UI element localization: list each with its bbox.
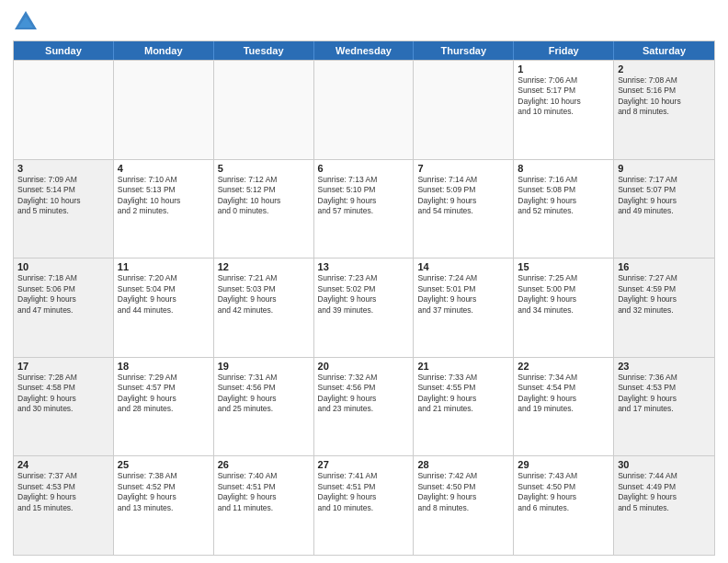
calendar-cell-r1-c5: 8Sunrise: 7:16 AM Sunset: 5:08 PM Daylig… xyxy=(514,160,614,259)
calendar-cell-r2-c0: 10Sunrise: 7:18 AM Sunset: 5:06 PM Dayli… xyxy=(14,259,114,357)
day-info: Sunrise: 7:25 AM Sunset: 5:00 PM Dayligh… xyxy=(518,273,609,316)
day-number: 24 xyxy=(17,459,109,470)
header-day-tuesday: Tuesday xyxy=(214,41,314,60)
day-number: 30 xyxy=(618,459,711,470)
calendar-cell-r4-c5: 29Sunrise: 7:43 AM Sunset: 4:50 PM Dayli… xyxy=(514,456,614,555)
calendar-cell-r2-c6: 16Sunrise: 7:27 AM Sunset: 4:59 PM Dayli… xyxy=(614,259,714,357)
header-day-monday: Monday xyxy=(114,41,214,60)
day-number: 13 xyxy=(318,261,410,272)
day-number: 21 xyxy=(417,361,509,372)
header-day-saturday: Saturday xyxy=(614,41,714,60)
day-number: 10 xyxy=(17,261,109,272)
calendar-cell-r3-c4: 21Sunrise: 7:33 AM Sunset: 4:55 PM Dayli… xyxy=(414,358,514,456)
calendar-cell-r1-c4: 7Sunrise: 7:14 AM Sunset: 5:09 PM Daylig… xyxy=(414,160,514,259)
calendar-cell-r1-c0: 3Sunrise: 7:09 AM Sunset: 5:14 PM Daylig… xyxy=(14,160,114,259)
day-info: Sunrise: 7:31 AM Sunset: 4:56 PM Dayligh… xyxy=(218,373,310,415)
day-info: Sunrise: 7:14 AM Sunset: 5:09 PM Dayligh… xyxy=(417,175,509,217)
day-number: 9 xyxy=(618,163,711,174)
day-info: Sunrise: 7:09 AM Sunset: 5:14 PM Dayligh… xyxy=(17,175,109,217)
day-info: Sunrise: 7:24 AM Sunset: 5:01 PM Dayligh… xyxy=(417,273,509,316)
header-day-wednesday: Wednesday xyxy=(314,41,415,60)
day-number: 2 xyxy=(618,63,711,75)
day-info: Sunrise: 7:06 AM Sunset: 5:17 PM Dayligh… xyxy=(518,75,609,118)
calendar-cell-r4-c6: 30Sunrise: 7:44 AM Sunset: 4:49 PM Dayli… xyxy=(614,456,714,555)
calendar-row-4: 24Sunrise: 7:37 AM Sunset: 4:53 PM Dayli… xyxy=(14,455,714,555)
day-info: Sunrise: 7:29 AM Sunset: 4:57 PM Dayligh… xyxy=(118,373,210,415)
header xyxy=(13,9,715,35)
calendar: SundayMondayTuesdayWednesdayThursdayFrid… xyxy=(13,40,715,556)
day-number: 11 xyxy=(118,261,210,272)
header-day-friday: Friday xyxy=(514,41,614,60)
day-info: Sunrise: 7:38 AM Sunset: 4:52 PM Dayligh… xyxy=(118,471,210,513)
calendar-cell-r1-c3: 6Sunrise: 7:13 AM Sunset: 5:10 PM Daylig… xyxy=(314,160,415,259)
day-number: 28 xyxy=(417,459,509,470)
day-info: Sunrise: 7:13 AM Sunset: 5:10 PM Dayligh… xyxy=(318,175,410,217)
day-number: 16 xyxy=(618,261,711,272)
day-number: 26 xyxy=(218,459,310,470)
calendar-cell-r0-c3 xyxy=(314,61,415,159)
calendar-cell-r4-c1: 25Sunrise: 7:38 AM Sunset: 4:52 PM Dayli… xyxy=(114,456,214,555)
logo-icon xyxy=(13,9,39,35)
day-info: Sunrise: 7:21 AM Sunset: 5:03 PM Dayligh… xyxy=(218,273,310,316)
calendar-cell-r2-c4: 14Sunrise: 7:24 AM Sunset: 5:01 PM Dayli… xyxy=(414,259,514,357)
day-number: 5 xyxy=(218,163,310,174)
logo xyxy=(13,9,42,35)
day-info: Sunrise: 7:10 AM Sunset: 5:13 PM Dayligh… xyxy=(118,175,210,217)
day-info: Sunrise: 7:16 AM Sunset: 5:08 PM Dayligh… xyxy=(518,175,609,217)
calendar-cell-r1-c2: 5Sunrise: 7:12 AM Sunset: 5:12 PM Daylig… xyxy=(214,160,314,259)
calendar-body: 1Sunrise: 7:06 AM Sunset: 5:17 PM Daylig… xyxy=(14,60,714,555)
day-info: Sunrise: 7:20 AM Sunset: 5:04 PM Dayligh… xyxy=(118,273,210,316)
day-number: 23 xyxy=(618,361,711,372)
day-number: 18 xyxy=(118,361,210,372)
day-info: Sunrise: 7:43 AM Sunset: 4:50 PM Dayligh… xyxy=(518,471,609,513)
calendar-cell-r2-c2: 12Sunrise: 7:21 AM Sunset: 5:03 PM Dayli… xyxy=(214,259,314,357)
calendar-row-3: 17Sunrise: 7:28 AM Sunset: 4:58 PM Dayli… xyxy=(14,357,714,456)
day-info: Sunrise: 7:27 AM Sunset: 4:59 PM Dayligh… xyxy=(618,273,711,316)
day-info: Sunrise: 7:08 AM Sunset: 5:16 PM Dayligh… xyxy=(618,75,711,118)
day-number: 25 xyxy=(118,459,210,470)
calendar-row-2: 10Sunrise: 7:18 AM Sunset: 5:06 PM Dayli… xyxy=(14,258,714,357)
day-number: 6 xyxy=(318,163,410,174)
calendar-cell-r4-c2: 26Sunrise: 7:40 AM Sunset: 4:51 PM Dayli… xyxy=(214,456,314,555)
day-number: 3 xyxy=(17,163,109,174)
calendar-cell-r2-c1: 11Sunrise: 7:20 AM Sunset: 5:04 PM Dayli… xyxy=(114,259,214,357)
day-number: 29 xyxy=(518,459,609,470)
calendar-cell-r0-c6: 2Sunrise: 7:08 AM Sunset: 5:16 PM Daylig… xyxy=(614,61,714,159)
day-number: 20 xyxy=(318,361,410,372)
calendar-cell-r3-c2: 19Sunrise: 7:31 AM Sunset: 4:56 PM Dayli… xyxy=(214,358,314,456)
calendar-cell-r3-c6: 23Sunrise: 7:36 AM Sunset: 4:53 PM Dayli… xyxy=(614,358,714,456)
calendar-cell-r4-c4: 28Sunrise: 7:42 AM Sunset: 4:50 PM Dayli… xyxy=(414,456,514,555)
calendar-cell-r0-c0 xyxy=(14,61,114,159)
day-info: Sunrise: 7:17 AM Sunset: 5:07 PM Dayligh… xyxy=(618,175,711,217)
day-info: Sunrise: 7:40 AM Sunset: 4:51 PM Dayligh… xyxy=(218,471,310,513)
calendar-cell-r3-c3: 20Sunrise: 7:32 AM Sunset: 4:56 PM Dayli… xyxy=(314,358,415,456)
day-number: 19 xyxy=(218,361,310,372)
calendar-cell-r4-c3: 27Sunrise: 7:41 AM Sunset: 4:51 PM Dayli… xyxy=(314,456,415,555)
page: SundayMondayTuesdayWednesdayThursdayFrid… xyxy=(0,0,728,563)
calendar-cell-r0-c5: 1Sunrise: 7:06 AM Sunset: 5:17 PM Daylig… xyxy=(514,61,614,159)
day-info: Sunrise: 7:23 AM Sunset: 5:02 PM Dayligh… xyxy=(318,273,410,316)
day-number: 4 xyxy=(118,163,210,174)
day-number: 14 xyxy=(417,261,509,272)
day-number: 15 xyxy=(518,261,609,272)
day-number: 8 xyxy=(518,163,609,174)
day-info: Sunrise: 7:28 AM Sunset: 4:58 PM Dayligh… xyxy=(17,373,109,415)
calendar-cell-r1-c6: 9Sunrise: 7:17 AM Sunset: 5:07 PM Daylig… xyxy=(614,160,714,259)
day-info: Sunrise: 7:32 AM Sunset: 4:56 PM Dayligh… xyxy=(318,373,410,415)
calendar-cell-r1-c1: 4Sunrise: 7:10 AM Sunset: 5:13 PM Daylig… xyxy=(114,160,214,259)
day-number: 17 xyxy=(17,361,109,372)
day-number: 7 xyxy=(417,163,509,174)
day-info: Sunrise: 7:36 AM Sunset: 4:53 PM Dayligh… xyxy=(618,373,711,415)
calendar-header: SundayMondayTuesdayWednesdayThursdayFrid… xyxy=(14,41,714,60)
header-day-sunday: Sunday xyxy=(14,41,114,60)
day-info: Sunrise: 7:42 AM Sunset: 4:50 PM Dayligh… xyxy=(417,471,509,513)
day-number: 1 xyxy=(518,63,609,75)
calendar-cell-r0-c1 xyxy=(114,61,214,159)
calendar-cell-r0-c4 xyxy=(414,61,514,159)
day-number: 22 xyxy=(518,361,609,372)
day-info: Sunrise: 7:33 AM Sunset: 4:55 PM Dayligh… xyxy=(417,373,509,415)
day-number: 12 xyxy=(218,261,310,272)
calendar-cell-r2-c3: 13Sunrise: 7:23 AM Sunset: 5:02 PM Dayli… xyxy=(314,259,415,357)
day-info: Sunrise: 7:41 AM Sunset: 4:51 PM Dayligh… xyxy=(318,471,410,513)
day-info: Sunrise: 7:44 AM Sunset: 4:49 PM Dayligh… xyxy=(618,471,711,513)
